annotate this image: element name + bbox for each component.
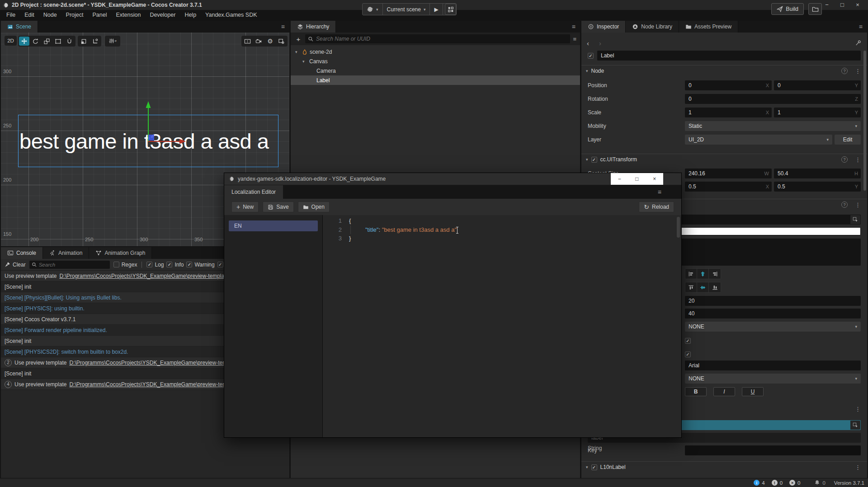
tab-scene[interactable]: Scene xyxy=(1,21,38,33)
toggle-2d-button[interactable]: 2D xyxy=(5,36,17,46)
content-width-input[interactable]: 240.16W xyxy=(685,169,772,178)
tab-animation[interactable]: Animation xyxy=(43,247,89,259)
console-search-input[interactable] xyxy=(39,262,98,267)
menu-node[interactable]: Node xyxy=(39,12,61,18)
view-config-icon[interactable] xyxy=(276,37,287,46)
tab-inspector[interactable]: Inspector xyxy=(581,21,626,33)
rotation-z-input[interactable]: 0Z xyxy=(685,94,861,104)
anchor-x-input[interactable]: 0.5X xyxy=(685,182,772,192)
more-options-icon[interactable]: ⋮ xyxy=(855,201,861,208)
camera-icon[interactable] xyxy=(254,37,264,46)
panel-menu-icon[interactable]: ≡ xyxy=(572,21,576,33)
scene-select-dropdown[interactable]: Current scene ▾ xyxy=(383,4,430,15)
asset-picker-icon[interactable] xyxy=(850,215,860,224)
option-checkbox[interactable]: ✓ xyxy=(685,338,691,344)
align-right-button[interactable] xyxy=(709,269,721,279)
scale-y-input[interactable]: 1Y xyxy=(774,108,861,117)
line-height-input[interactable]: 40 xyxy=(685,309,861,318)
menu-file[interactable]: File xyxy=(2,12,20,18)
selection-bounds[interactable]: best game in t3asd a asd a xyxy=(18,115,278,167)
checkbox[interactable] xyxy=(113,262,119,267)
rotation-snap-icon[interactable] xyxy=(90,37,100,46)
menu-panel[interactable]: Panel xyxy=(88,12,112,18)
canvas-label-text[interactable]: best game in t3asd a asd a xyxy=(19,129,269,154)
open-button[interactable]: Open xyxy=(298,201,330,212)
uitransform-enabled-checkbox[interactable]: ✓ xyxy=(591,157,597,163)
scale-x-input[interactable]: 1X xyxy=(685,108,772,117)
console-filter-info[interactable]: ✓Info xyxy=(166,262,184,268)
history-back-icon[interactable]: ‹ xyxy=(587,39,589,47)
tab-node-library[interactable]: Node Library xyxy=(626,21,679,33)
log-path-link[interactable]: D:\Programms\CocosProjects\YSDK_ExampleG… xyxy=(69,360,227,366)
move-tool-button[interactable] xyxy=(19,37,29,46)
preview-qr-button[interactable] xyxy=(445,4,456,15)
align-middle-button[interactable] xyxy=(697,282,709,292)
log-path-link[interactable]: D:\Programms\CocosProjects\YSDK_ExampleG… xyxy=(59,273,226,279)
mobility-dropdown[interactable]: Static▾ xyxy=(685,121,861,131)
gear-icon[interactable]: ⚙ xyxy=(265,37,275,46)
hierarchy-search-input[interactable] xyxy=(316,36,550,42)
menu-edit[interactable]: Edit xyxy=(20,12,39,18)
language-item-en[interactable]: EN xyxy=(229,220,318,231)
menu-project[interactable]: Project xyxy=(61,12,88,18)
bold-button[interactable]: B xyxy=(685,387,707,396)
close-button[interactable]: × xyxy=(648,176,661,182)
align-bottom-button[interactable] xyxy=(709,282,721,292)
content-height-input[interactable]: 50.4H xyxy=(774,169,861,178)
more-options-icon[interactable]: ⋮ xyxy=(855,68,861,75)
position-y-input[interactable]: 0Y xyxy=(774,80,861,90)
caret-down-icon[interactable]: ▾ xyxy=(302,59,307,64)
loc-window-titlebar[interactable]: yandex-games-sdk.localization-editor - Y… xyxy=(224,173,681,185)
node-name-input[interactable]: Label xyxy=(597,51,861,61)
hierarchy-search-box[interactable] xyxy=(305,34,570,43)
key-input[interactable] xyxy=(685,445,861,455)
editor-scrollbar[interactable] xyxy=(677,217,680,238)
console-filter-regex[interactable]: Regex xyxy=(113,262,137,268)
new-button[interactable]: + New xyxy=(231,201,259,212)
align-center-button[interactable] xyxy=(697,269,709,279)
rotate-tool-button[interactable] xyxy=(30,37,41,46)
overflow-dropdown[interactable]: NONE▾ xyxy=(685,322,861,332)
build-button[interactable]: Build xyxy=(771,3,804,15)
tab-animation-graph[interactable]: Animation Graph xyxy=(89,247,152,259)
underline-button[interactable]: U xyxy=(742,387,764,396)
clear-console-button[interactable]: Clear xyxy=(5,262,26,268)
aspect-ratio-icon[interactable] xyxy=(242,37,253,46)
checkbox[interactable]: ✓ xyxy=(166,262,172,267)
hierarchy-node-camera[interactable]: Camera xyxy=(291,66,580,75)
anchor-y-input[interactable]: 0.5Y xyxy=(774,182,861,192)
play-button[interactable]: ▶ xyxy=(430,4,443,15)
console-filter-log[interactable]: ✓Log xyxy=(146,262,164,268)
warning-count[interactable]: !0 xyxy=(772,480,783,486)
log-path-link[interactable]: D:\Programms\CocosProjects\YSDK_ExampleG… xyxy=(69,381,227,388)
close-button[interactable]: × xyxy=(850,0,865,10)
tab-console[interactable]: Console xyxy=(1,247,43,259)
menu-developer[interactable]: Developer xyxy=(145,12,180,18)
minimize-button[interactable]: − xyxy=(613,176,626,182)
l10nlabel-section-header[interactable]: ▾ ✓ L10nLabel ⋮ xyxy=(581,461,867,473)
font-size-input[interactable]: 20 xyxy=(685,296,861,306)
preview-platform-dropdown[interactable]: ▾ xyxy=(363,4,383,15)
minimize-button[interactable]: − xyxy=(819,0,835,10)
tab-localization-editor[interactable]: Localization Editor xyxy=(224,185,283,199)
reload-button[interactable]: ↻ Reload xyxy=(639,201,674,212)
layer-dropdown[interactable]: UI_2D▾ xyxy=(685,135,832,145)
anchor-tool-button[interactable] xyxy=(64,37,75,46)
console-filter-extra[interactable]: ✓ xyxy=(217,262,223,267)
notification-count[interactable]: 0 xyxy=(814,480,825,486)
panel-menu-icon[interactable]: ≡ xyxy=(859,21,863,33)
align-top-button[interactable] xyxy=(685,282,697,292)
inspector-scrollbar[interactable] xyxy=(863,51,866,191)
history-forward-icon[interactable]: › xyxy=(599,39,601,47)
checkbox[interactable]: ✓ xyxy=(186,262,192,267)
menu-help[interactable]: Help xyxy=(180,12,201,18)
help-icon[interactable]: ? xyxy=(841,201,848,208)
uitransform-section-header[interactable]: ▾ ✓ cc.UITransform ?⋮ xyxy=(581,154,867,165)
layer-edit-button[interactable]: Edit xyxy=(835,135,861,145)
maximize-button[interactable]: □ xyxy=(630,176,644,182)
pin-icon[interactable] xyxy=(855,40,862,46)
node-active-checkbox[interactable]: ✓ xyxy=(588,53,594,59)
menu-extension[interactable]: Extension xyxy=(111,12,145,18)
font-family-input[interactable]: Arial xyxy=(685,361,861,370)
italic-button[interactable]: I xyxy=(713,387,735,396)
